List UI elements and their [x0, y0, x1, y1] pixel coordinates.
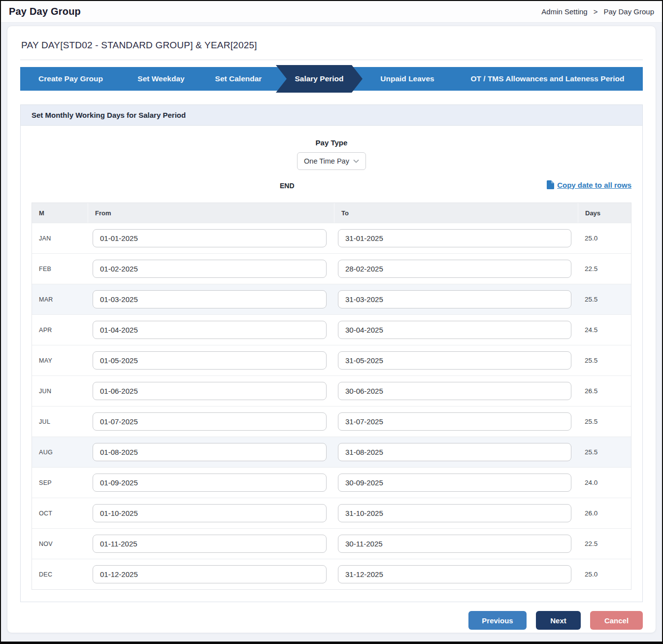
cancel-button[interactable]: Cancel: [590, 611, 643, 630]
col-header-month: M: [32, 203, 88, 223]
next-button[interactable]: Next: [536, 611, 581, 630]
days-cell: 22.5: [578, 540, 631, 547]
copy-link-text: Copy date to all rows: [557, 181, 631, 189]
days-cell: 24.5: [578, 326, 631, 334]
to-date-input[interactable]: [338, 290, 571, 308]
month-cell: AUG: [32, 449, 88, 456]
from-date-input[interactable]: [93, 382, 327, 400]
month-cell: NOV: [32, 541, 88, 547]
salary-period-table: M From To Days JAN 25.0 FEB 22.5 MAR: [32, 203, 631, 590]
from-date-input[interactable]: [93, 474, 327, 492]
from-date-input[interactable]: [93, 321, 327, 339]
days-cell: 24.0: [578, 479, 631, 486]
to-date-input[interactable]: [338, 443, 571, 461]
breadcrumb: Admin Setting > Pay Day Group: [541, 7, 654, 16]
step-create-pay-group[interactable]: Create Pay Group: [20, 67, 121, 91]
table-row: MAR 25.5: [32, 284, 631, 314]
to-date-input[interactable]: [338, 382, 571, 400]
end-label: END: [280, 182, 295, 190]
days-cell: 25.5: [578, 357, 631, 364]
table-row: JUL 25.5: [32, 406, 631, 437]
table-row: OCT 26.0: [32, 498, 631, 528]
table-row: APR 24.5: [32, 314, 631, 345]
month-cell: JUN: [32, 388, 88, 395]
pay-type-block: Pay Type One Time Pay: [32, 138, 631, 170]
main-card: PAY DAY[STD02 - STANDARD GROUP] & YEAR[2…: [7, 26, 656, 633]
from-date-input[interactable]: [93, 504, 327, 522]
days-cell: 26.0: [578, 509, 631, 517]
breadcrumb-separator: >: [594, 7, 598, 16]
paygroup-year-title: PAY DAY[STD02 - STANDARD GROUP] & YEAR[2…: [20, 37, 643, 60]
table-row: JAN 25.0: [32, 223, 631, 253]
to-date-input[interactable]: [338, 474, 571, 492]
month-cell: MAY: [32, 357, 88, 364]
section-title: Set Monthly Working Days for Salary Peri…: [21, 105, 642, 126]
salary-period-section: Set Monthly Working Days for Salary Peri…: [20, 104, 643, 602]
step-set-weekday[interactable]: Set Weekday: [121, 67, 201, 91]
table-body: JAN 25.0 FEB 22.5 MAR 25.5 APR: [32, 223, 631, 589]
col-header-to: To: [334, 203, 578, 223]
section-body: Pay Type One Time Pay END: [21, 126, 642, 602]
pay-type-select[interactable]: One Time Pay: [297, 152, 366, 170]
days-cell: 25.5: [578, 418, 631, 425]
to-date-input[interactable]: [338, 351, 571, 370]
copy-date-to-all-rows-link[interactable]: Copy date to all rows: [547, 180, 631, 189]
to-date-input[interactable]: [338, 321, 571, 339]
step-label: Set Weekday: [137, 74, 184, 83]
step-label: Unpaid Leaves: [380, 74, 434, 83]
to-date-input[interactable]: [338, 229, 571, 247]
from-date-input[interactable]: [93, 290, 327, 308]
table-toolbar: END Copy date to all rows: [32, 178, 631, 197]
step-ot-tms-allowances[interactable]: OT / TMS Allowances and Lateness Period: [452, 67, 643, 91]
to-date-input[interactable]: [338, 565, 571, 583]
to-date-input[interactable]: [338, 260, 571, 278]
from-date-input[interactable]: [93, 443, 327, 461]
top-bar: Pay Day Group Admin Setting > Pay Day Gr…: [1, 1, 662, 23]
step-label: Salary Period: [295, 74, 343, 83]
from-date-input[interactable]: [93, 260, 327, 278]
copy-document-icon: [547, 180, 554, 189]
app-window: Pay Day Group Admin Setting > Pay Day Gr…: [0, 0, 663, 644]
days-cell: 25.5: [578, 296, 631, 303]
days-cell: 22.5: [578, 265, 631, 272]
title-divider: [20, 60, 643, 60]
table-row: NOV 22.5: [32, 528, 631, 559]
month-cell: APR: [32, 327, 88, 334]
table-row: AUG 25.5: [32, 437, 631, 467]
month-cell: JUL: [32, 418, 88, 425]
from-date-input[interactable]: [93, 351, 327, 370]
to-date-input[interactable]: [338, 535, 571, 553]
month-cell: DEC: [32, 571, 88, 578]
chevron-down-icon: [353, 159, 359, 163]
days-cell: 25.5: [578, 448, 631, 456]
from-date-input[interactable]: [93, 412, 327, 431]
step-label: OT / TMS Allowances and Lateness Period: [470, 74, 624, 83]
month-cell: JAN: [32, 235, 88, 242]
breadcrumb-current: Pay Day Group: [603, 7, 654, 16]
month-cell: MAR: [32, 296, 88, 303]
from-date-input[interactable]: [93, 535, 327, 553]
step-label: Create Pay Group: [38, 74, 103, 83]
table-row: DEC 25.0: [32, 559, 631, 589]
from-date-input[interactable]: [93, 229, 327, 247]
step-label: Set Calendar: [215, 74, 262, 83]
previous-button[interactable]: Previous: [468, 611, 527, 630]
month-cell: OCT: [32, 510, 88, 517]
page-title: Pay Day Group: [9, 6, 81, 17]
table-row: JUN 26.5: [32, 375, 631, 406]
col-header-days: Days: [578, 203, 631, 223]
step-salary-period-active[interactable]: Salary Period: [276, 65, 363, 93]
step-set-calendar[interactable]: Set Calendar: [201, 67, 276, 91]
pay-type-value: One Time Pay: [304, 157, 349, 165]
table-row: MAY 25.5: [32, 345, 631, 375]
to-date-input[interactable]: [338, 504, 571, 522]
to-date-input[interactable]: [338, 412, 571, 431]
wizard-step-bar: Create Pay Group Set Weekday Set Calenda…: [20, 67, 643, 91]
days-cell: 25.0: [578, 235, 631, 242]
breadcrumb-parent[interactable]: Admin Setting: [541, 7, 587, 16]
step-unpaid-leaves[interactable]: Unpaid Leaves: [363, 67, 452, 91]
footer-actions: Previous Next Cancel: [20, 611, 643, 630]
table-row: FEB 22.5: [32, 253, 631, 284]
col-header-from: From: [88, 203, 334, 223]
from-date-input[interactable]: [93, 565, 327, 583]
